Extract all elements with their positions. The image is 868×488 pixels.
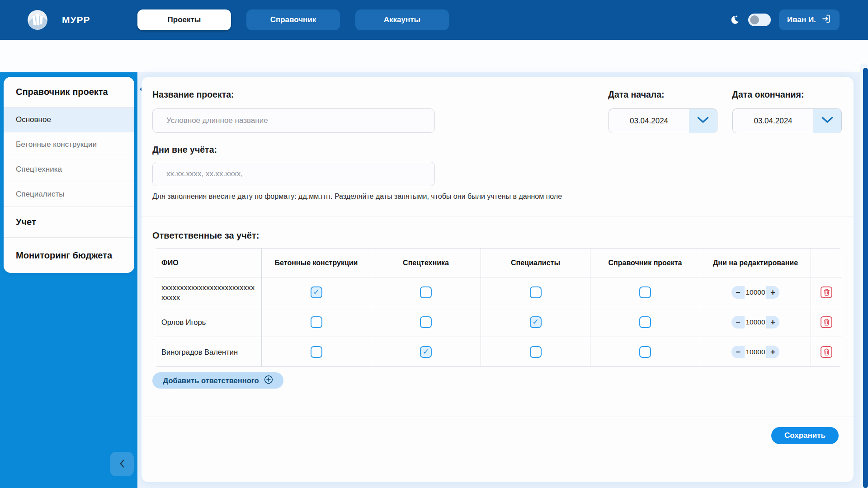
- divider: [142, 216, 854, 216]
- checkbox-cell: [481, 307, 590, 337]
- checkbox-unchecked[interactable]: [639, 316, 651, 328]
- checkbox-cell: [481, 337, 590, 367]
- add-responsible-button[interactable]: Добавить ответственного: [152, 372, 283, 389]
- trash-icon: [823, 289, 830, 296]
- checkbox-cell: [371, 307, 481, 337]
- checkbox-unchecked[interactable]: [420, 286, 432, 298]
- responsibles-table-body: xxxxxxxxxxxxxxxxxxxxxxxxxxxxxx−10000+Орл…: [154, 277, 842, 367]
- editor-form-card: Название проекта: Дата начала: 03.04.202…: [142, 77, 854, 482]
- nav-tab-3[interactable]: Аккаунты: [355, 9, 449, 30]
- decrement-button[interactable]: −: [731, 346, 745, 358]
- sidebar-item-7[interactable]: Мониторинг бюджета: [4, 238, 134, 273]
- user-name: Иван И.: [787, 15, 816, 24]
- column-header-2: Бетонные конструкции: [262, 249, 371, 277]
- moon-icon: [728, 14, 740, 26]
- off-days-hint: Для заполнения внесите дату по формату: …: [152, 192, 562, 201]
- decrement-button[interactable]: −: [731, 286, 745, 299]
- project-name-input[interactable]: [152, 108, 435, 133]
- sidebar-item-5[interactable]: Специалисты: [4, 182, 134, 207]
- end-date-select[interactable]: 03.04.2024: [732, 108, 842, 133]
- page-header: Проекты Редактор: основное Условное длин…: [0, 40, 868, 72]
- delete-cell: [811, 307, 842, 337]
- trash-icon: [823, 319, 830, 326]
- days-stepper: −10000+: [731, 316, 779, 328]
- days-value[interactable]: 10000: [745, 346, 766, 358]
- scrollbar-thumb[interactable]: [863, 68, 868, 488]
- start-date-value: 03.04.2024: [609, 109, 689, 133]
- table-row-2: Орлов Игорь−10000+: [154, 307, 842, 337]
- checkbox-checked[interactable]: [420, 346, 432, 358]
- collapse-icon: [119, 459, 125, 469]
- checkbox-cell: [371, 337, 481, 367]
- days-stepper: −10000+: [731, 346, 779, 358]
- delete-cell: [811, 277, 842, 307]
- checkbox-cell: [590, 307, 700, 337]
- responsibles-table-head: ФИОБетонные конструкцииСпецтехникаСпециа…: [154, 249, 842, 277]
- chevron-down-icon: [697, 117, 709, 125]
- checkbox-unchecked[interactable]: [530, 286, 542, 298]
- responsible-name: Виноградов Валентин: [154, 337, 262, 367]
- checkbox-checked[interactable]: [530, 316, 542, 328]
- days-value[interactable]: 10000: [745, 286, 766, 299]
- start-date-label: Дата начала:: [608, 89, 665, 100]
- responsibles-title: Ответственные за учёт:: [152, 230, 259, 241]
- responsibles-table: ФИОБетонные конструкцииСпецтехникаСпециа…: [154, 248, 842, 367]
- navbar-right: Иван И.: [728, 0, 840, 40]
- sidebar-item-4[interactable]: Спецтехника: [4, 157, 134, 182]
- checkbox-cell: [262, 337, 371, 367]
- column-header-5: Справочник проекта: [590, 249, 700, 277]
- increment-button[interactable]: +: [766, 286, 779, 299]
- checkbox-unchecked[interactable]: [530, 346, 542, 358]
- responsible-name: Орлов Игорь: [154, 307, 262, 337]
- sidebar-collapse-button[interactable]: [110, 452, 134, 476]
- checkbox-unchecked[interactable]: [420, 316, 432, 328]
- main-tabs: ПроектыСправочникАккаунты: [137, 9, 449, 30]
- end-date-dropdown-button[interactable]: [813, 109, 841, 133]
- nav-tab-2[interactable]: Справочник: [246, 9, 340, 30]
- user-account-button[interactable]: Иван И.: [779, 9, 840, 30]
- chevron-down-icon: [821, 117, 833, 125]
- checkbox-cell: [262, 307, 371, 337]
- checkbox-cell: [590, 337, 700, 367]
- nav-tab-1[interactable]: Проекты: [137, 9, 231, 30]
- start-date-dropdown-button[interactable]: [689, 109, 717, 133]
- sidebar: Справочник проектаОсновноеБетонные конст…: [0, 72, 137, 488]
- days-cell: −10000+: [700, 307, 811, 337]
- theme-toggle-knob: [750, 15, 759, 24]
- days-cell: −10000+: [700, 277, 811, 307]
- days-cell: −10000+: [700, 337, 811, 367]
- increment-button[interactable]: +: [766, 346, 779, 358]
- off-days-input[interactable]: [152, 162, 435, 186]
- end-date-label: Дата окончания:: [732, 89, 804, 100]
- checkbox-cell: [590, 277, 700, 307]
- days-value[interactable]: 10000: [745, 316, 766, 328]
- save-button[interactable]: Сохранить: [771, 427, 839, 444]
- increment-button[interactable]: +: [766, 316, 779, 328]
- start-date-select[interactable]: 03.04.2024: [609, 108, 717, 133]
- table-row-1: xxxxxxxxxxxxxxxxxxxxxxxxxxxxxx−10000+: [154, 277, 842, 307]
- sidebar-item-6[interactable]: Учет: [4, 207, 134, 238]
- theme-toggle[interactable]: [748, 14, 771, 26]
- checkbox-unchecked[interactable]: [639, 286, 651, 298]
- decrement-button[interactable]: −: [731, 316, 745, 328]
- checkbox-unchecked[interactable]: [311, 316, 322, 328]
- sidebar-item-2[interactable]: Основное: [4, 108, 134, 132]
- column-header-delete: [811, 249, 842, 277]
- brand-name: МУРР: [62, 0, 90, 40]
- add-responsible-label: Добавить ответственного: [163, 376, 259, 385]
- sidebar-item-3[interactable]: Бетонные конструкции: [4, 132, 134, 157]
- trash-icon: [823, 348, 830, 356]
- column-header-3: Спецтехника: [371, 249, 481, 277]
- checkbox-unchecked[interactable]: [311, 346, 322, 358]
- end-date-value: 03.04.2024: [733, 109, 813, 133]
- delete-row-button[interactable]: [821, 346, 832, 358]
- divider: [142, 417, 854, 417]
- plus-circle-icon: [264, 375, 273, 386]
- sidebar-item-1[interactable]: Справочник проекта: [4, 77, 134, 108]
- delete-row-button[interactable]: [821, 286, 832, 298]
- checkbox-checked[interactable]: [311, 286, 322, 298]
- sidebar-menu: Справочник проектаОсновноеБетонные конст…: [4, 77, 134, 273]
- delete-cell: [811, 337, 842, 367]
- checkbox-unchecked[interactable]: [639, 346, 651, 358]
- delete-row-button[interactable]: [821, 316, 832, 328]
